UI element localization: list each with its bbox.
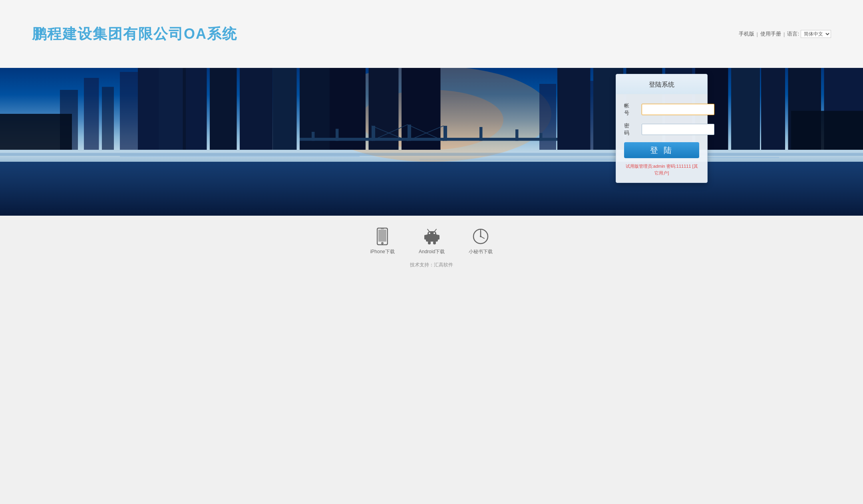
svg-rect-40 xyxy=(300,138,563,141)
svg-rect-6 xyxy=(84,78,99,150)
svg-rect-86 xyxy=(428,241,431,244)
username-label: 帐 号 xyxy=(624,102,638,117)
svg-rect-25 xyxy=(273,68,297,150)
secretary-icon xyxy=(472,228,489,245)
svg-rect-27 xyxy=(330,68,366,150)
svg-rect-47 xyxy=(515,129,519,141)
android-download[interactable]: Android下载 xyxy=(419,228,445,255)
download-icons: iPhone下载 xyxy=(0,228,863,255)
svg-rect-68 xyxy=(0,114,72,150)
svg-rect-7 xyxy=(102,87,114,150)
android-icon xyxy=(423,228,441,245)
mobile-link[interactable]: 手机版 xyxy=(739,30,754,38)
svg-rect-41 xyxy=(312,132,315,141)
svg-rect-17 xyxy=(138,68,162,150)
demo-hint: 试用版管理员:admin 密码:111111 [其它用户] xyxy=(624,163,699,176)
svg-rect-48 xyxy=(539,133,543,141)
svg-rect-65 xyxy=(761,68,785,150)
svg-rect-43 xyxy=(372,126,375,141)
svg-rect-22 xyxy=(210,68,237,150)
top-nav: 手机版 | 使用手册 | 语言: 简体中文 English xyxy=(739,30,831,38)
login-button[interactable]: 登 陆 xyxy=(624,142,699,158)
password-input[interactable] xyxy=(642,124,714,135)
hero-banner: 登陆系统 帐 号 密 码 登 陆 试用版管理员:admin 密码:111111 … xyxy=(0,68,863,216)
language-label: 语言: xyxy=(787,30,799,38)
separator: | xyxy=(757,31,758,37)
svg-rect-45 xyxy=(443,126,447,141)
secretary-label: 小秘书下载 xyxy=(469,248,493,255)
svg-rect-46 xyxy=(479,127,483,141)
svg-point-81 xyxy=(433,232,435,234)
password-label: 密 码 xyxy=(624,122,638,137)
svg-rect-20 xyxy=(159,68,183,150)
svg-rect-84 xyxy=(424,235,426,240)
svg-line-83 xyxy=(435,229,436,231)
svg-rect-44 xyxy=(408,125,411,141)
username-row: 帐 号 xyxy=(624,102,699,117)
svg-line-82 xyxy=(428,229,429,231)
footer: iPhone下载 xyxy=(0,216,863,276)
login-box: 登陆系统 帐 号 密 码 登 陆 试用版管理员:admin 密码:111111 … xyxy=(616,74,708,183)
svg-rect-23 xyxy=(240,68,273,150)
svg-rect-1 xyxy=(0,156,863,216)
svg-rect-42 xyxy=(336,129,339,141)
iphone-label: iPhone下载 xyxy=(370,248,395,255)
svg-rect-72 xyxy=(420,159,629,160)
svg-rect-70 xyxy=(0,153,863,156)
login-form: 帐 号 密 码 登 陆 试用版管理员:admin 密码:111111 [其它用户… xyxy=(616,94,707,183)
separator2: | xyxy=(783,31,785,37)
username-input[interactable] xyxy=(642,104,714,115)
city-skyline xyxy=(0,68,863,216)
tech-support: 技术支持：汇高软件 xyxy=(0,262,863,268)
top-bar: 鹏程建设集团有限公司OA系统 手机版 | 使用手册 | 语言: 简体中文 Eng… xyxy=(0,0,863,68)
svg-rect-85 xyxy=(437,235,439,240)
language-select[interactable]: 简体中文 English xyxy=(801,30,831,38)
login-title: 登陆系统 xyxy=(616,74,707,94)
svg-rect-77 xyxy=(381,229,384,230)
iphone-download[interactable]: iPhone下载 xyxy=(370,228,395,255)
svg-rect-75 xyxy=(378,230,386,242)
svg-rect-21 xyxy=(186,68,207,150)
svg-rect-53 xyxy=(557,68,591,150)
svg-rect-71 xyxy=(120,156,360,157)
svg-point-80 xyxy=(429,232,430,234)
svg-rect-37 xyxy=(402,68,441,150)
secretary-download[interactable]: 小秘书下载 xyxy=(469,228,493,255)
android-label: Android下载 xyxy=(419,248,445,255)
manual-link[interactable]: 使用手册 xyxy=(760,30,781,38)
svg-point-91 xyxy=(480,236,481,237)
site-title: 鹏程建设集团有限公司OA系统 xyxy=(32,24,237,44)
svg-point-76 xyxy=(382,242,384,244)
svg-rect-69 xyxy=(791,111,863,150)
svg-rect-8 xyxy=(120,72,141,150)
password-row: 密 码 xyxy=(624,122,699,137)
svg-rect-87 xyxy=(433,241,436,244)
iphone-icon xyxy=(374,228,391,245)
svg-rect-64 xyxy=(731,68,760,150)
